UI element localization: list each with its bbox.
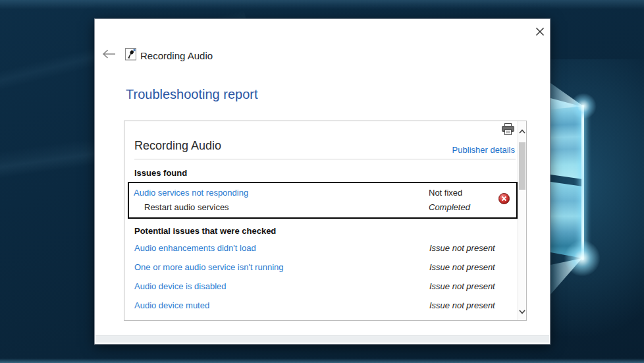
recording-audio-icon xyxy=(125,48,136,63)
checked-issue-row: Audio enhancements didn't load Issue not… xyxy=(124,243,517,255)
windows-logo-top-pane xyxy=(550,98,583,179)
report-divider xyxy=(134,159,516,159)
issue-status: Not fixed xyxy=(429,188,462,198)
windows-logo-top-beam xyxy=(550,83,583,109)
print-button[interactable] xyxy=(501,123,515,136)
windows-logo-bottom-pane xyxy=(550,182,583,258)
dialog-footer-bar xyxy=(95,335,549,343)
windows-logo-corner-glow xyxy=(570,93,597,119)
issue-status: Issue not present xyxy=(429,300,495,310)
wallpaper-top-light xyxy=(0,0,644,9)
checked-issue-row: Audio device is disabled Issue not prese… xyxy=(124,281,517,293)
desktop: Recording Audio Troubleshooting report R… xyxy=(0,0,644,363)
issue-link[interactable]: One or more audio service isn't running xyxy=(134,262,283,272)
chevron-up-icon xyxy=(519,126,525,136)
scroll-up-button[interactable] xyxy=(518,125,526,136)
troubleshooter-dialog: Recording Audio Troubleshooting report R… xyxy=(94,18,550,345)
issues-found-header: Issues found xyxy=(134,168,187,178)
back-arrow-icon xyxy=(101,51,116,61)
page-title: Troubleshooting report xyxy=(126,87,258,102)
back-button[interactable] xyxy=(101,49,117,61)
close-button[interactable] xyxy=(531,24,549,41)
windows-logo-edge xyxy=(581,105,584,260)
printer-icon xyxy=(501,128,515,138)
issue-row: Restart audio services Completed xyxy=(129,202,516,215)
issue-found-box: Audio services not responding Not fixed … xyxy=(128,182,518,219)
issue-status: Issue not present xyxy=(429,243,495,253)
issue-link[interactable]: Audio device is disabled xyxy=(134,281,226,291)
checked-issue-row: Audio device muted Issue not present xyxy=(124,300,517,312)
chevron-down-icon xyxy=(519,306,525,316)
issue-link[interactable]: Audio services not responding xyxy=(134,188,248,198)
windows-logo-corner-glow xyxy=(562,238,602,278)
report-scrollbar[interactable] xyxy=(518,121,526,320)
windows-logo-bottom-beam xyxy=(550,258,582,294)
wallpaper-bottom-light xyxy=(0,358,644,363)
issue-link[interactable]: Audio device muted xyxy=(134,300,209,310)
issue-fix-label: Restart audio services xyxy=(144,202,229,212)
issue-status: Completed xyxy=(429,202,470,212)
potential-issues-header: Potential issues that were checked xyxy=(134,226,276,236)
scrollbar-thumb[interactable] xyxy=(519,142,525,190)
close-icon xyxy=(535,27,545,38)
issue-status: Issue not present xyxy=(429,281,495,291)
checked-issue-row: One or more audio service isn't running … xyxy=(124,262,517,274)
scroll-down-button[interactable] xyxy=(518,306,526,316)
report-title: Recording Audio xyxy=(134,139,221,153)
issue-link[interactable]: Audio enhancements didn't load xyxy=(134,243,256,253)
issue-row: Audio services not responding Not fixed xyxy=(129,188,516,201)
publisher-details-link[interactable]: Publisher details xyxy=(452,145,515,155)
issue-status: Issue not present xyxy=(429,262,495,272)
window-title: Recording Audio xyxy=(140,50,213,61)
troubleshooting-report-panel: Recording Audio Publisher details Issues… xyxy=(124,121,527,321)
